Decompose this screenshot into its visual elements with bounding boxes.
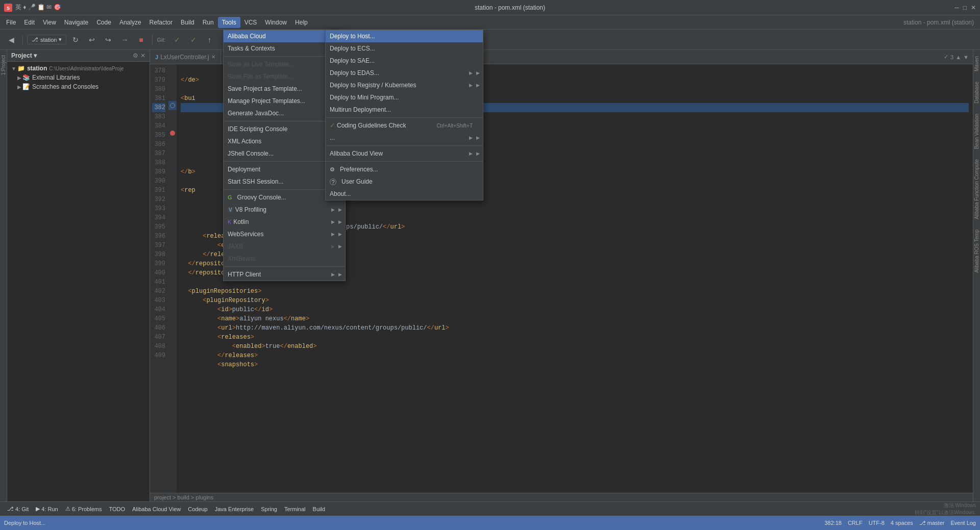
chevron-down-icon: ▾	[59, 36, 62, 43]
submenu-arrow-edas: ▶	[469, 70, 473, 75]
tab-label-1: LxUserController.j	[160, 54, 209, 61]
close-btn[interactable]: ✕	[971, 4, 976, 11]
alibaba-item-deploy-sae[interactable]: Deploy to SAE...	[326, 55, 483, 67]
menu-item-analyze[interactable]: Analyze	[115, 17, 145, 28]
menu-item-build[interactable]: Build	[177, 17, 199, 28]
tools-item-jaxb[interactable]: JAXB ▶	[224, 240, 345, 253]
alibaba-item-user-guide[interactable]: ? User Guide	[326, 175, 483, 188]
alibaba-sep-1	[326, 117, 483, 118]
tools-item-xmlbeans[interactable]: XmlBeans	[224, 253, 345, 265]
project-tab[interactable]: 1:Project	[0, 52, 7, 78]
branch-selector[interactable]: ⎇ station ▾	[27, 35, 66, 44]
menu-item-view[interactable]: View	[39, 17, 60, 28]
alibaba-function-tab[interactable]: Alibaba Function Compute	[973, 155, 980, 223]
chevron-down-icon[interactable]: ▼	[963, 54, 969, 60]
submenu-arrow-registry: ▶	[469, 83, 473, 88]
tab-close-1[interactable]: ✕	[211, 54, 215, 60]
tools-item-http[interactable]: HTTP Client ▶	[224, 268, 345, 281]
maven-tab[interactable]: Maven	[973, 52, 980, 75]
maximize-btn[interactable]: □	[963, 4, 967, 11]
tree-item-scratches[interactable]: ▶ 📝 Scratches and Consoles	[9, 82, 148, 91]
alibaba-item-cloud-view[interactable]: Alibaba Cloud View ▶	[326, 147, 483, 160]
alibaba-item-deploy-mini[interactable]: Deploy to Mini Program...	[326, 91, 483, 104]
alibaba-item-deploy-edas[interactable]: Deploy to EDAS... ▶	[326, 67, 483, 79]
kotlin-icon: K	[228, 219, 231, 225]
alibaba-item-coding[interactable]: ✓ Coding Guidelines Check Ctrl+Alt+Shift…	[326, 119, 483, 132]
menu-item-refactor[interactable]: Refactor	[145, 17, 177, 28]
menu-item-file[interactable]: File	[2, 17, 20, 28]
undo-btn[interactable]: ↩	[85, 33, 99, 47]
bottom-git[interactable]: ⎇4: Git	[4, 504, 32, 513]
menu-item-vcs[interactable]: VCS	[240, 17, 261, 28]
menu-item-navigate[interactable]: Navigate	[60, 17, 92, 28]
bottom-spring[interactable]: Spring	[258, 505, 280, 513]
bean-validation-tab[interactable]: Bean Validation	[973, 110, 980, 153]
database-tab[interactable]: Database	[973, 78, 980, 108]
app-icon: S	[4, 4, 12, 12]
tree-item-external-libs[interactable]: ▶ 📚 External Libraries	[9, 73, 148, 82]
bottom-codeup[interactable]: Codeup	[185, 505, 211, 513]
bottom-run[interactable]: ▶4: Run	[33, 504, 61, 513]
alibaba-item-preferences[interactable]: ⚙ Preferences...	[326, 163, 483, 175]
menu-item-window[interactable]: Window	[261, 17, 291, 28]
bottom-java-enterprise[interactable]: Java Enterprise	[212, 505, 257, 513]
tools-item-webservices[interactable]: WebServices ▶	[224, 228, 345, 240]
check-icon: ✓	[330, 122, 335, 129]
windows-activation-text: 激活 Windows转到"设置"以激活Windows.	[915, 502, 976, 516]
panel-settings-btn[interactable]: ⚙	[133, 52, 138, 59]
menu-item-edit[interactable]: Edit	[20, 17, 39, 28]
menu-item-code[interactable]: Code	[92, 17, 115, 28]
git-label: Git:	[157, 37, 165, 43]
tree-item-station[interactable]: ▼ 📁 station C:\Users\Administrator\IdeaP…	[9, 64, 148, 73]
library-icon: 📚	[22, 74, 30, 81]
back-btn[interactable]: ◀	[4, 33, 18, 47]
git-push-btn[interactable]: ↑	[203, 33, 217, 47]
bottom-todo[interactable]: TODO	[106, 505, 128, 513]
alibaba-item-deploy-host[interactable]: Deploy to Host...	[326, 30, 483, 42]
status-indent[interactable]: 4 spaces	[891, 520, 913, 526]
git-tick-btn[interactable]: ✓	[186, 33, 201, 47]
menu-item-tools[interactable]: Tools	[218, 17, 240, 28]
project-dropdown[interactable]: Project ▾	[11, 52, 37, 59]
java-icon-1: J	[155, 54, 158, 60]
question-icon: ?	[330, 179, 336, 185]
panel-close-btn[interactable]: ✕	[140, 52, 145, 59]
status-crlf[interactable]: CRLF	[848, 520, 863, 526]
bottom-problems[interactable]: ⚠6: Problems	[62, 504, 105, 513]
refresh-btn[interactable]: ↻	[68, 33, 83, 47]
minimize-btn[interactable]: ─	[954, 4, 959, 11]
alibaba-item-deploy-registry[interactable]: Deploy to Registry / Kubernetes ▶	[326, 79, 483, 91]
tree-label-scratches: Scratches and Consoles	[32, 83, 99, 90]
bottom-alibaba[interactable]: Alibaba Cloud View	[129, 505, 184, 513]
submenu-arrow-jaxb: ▶	[331, 244, 335, 249]
title-bar: S 英 ♦ 🎤 📋 ✉ 🎯 station - pom.xml (station…	[0, 0, 980, 15]
bottom-build[interactable]: Build	[310, 505, 328, 513]
menu-item-run[interactable]: Run	[199, 17, 218, 28]
menu-item-help[interactable]: Help	[291, 17, 312, 28]
bottom-bar: ⎇4: Git ▶4: Run ⚠6: Problems TODO Alibab…	[0, 501, 980, 516]
status-encoding[interactable]: UTF-8	[869, 520, 885, 526]
event-log[interactable]: Event Log	[950, 520, 976, 526]
redo-btn[interactable]: ↪	[101, 33, 115, 47]
folder-icon: 📁	[17, 65, 25, 72]
nav-forward-btn[interactable]: →	[117, 33, 132, 47]
status-position[interactable]: 382:18	[824, 520, 842, 526]
alibaba-item-multirun[interactable]: Multirun Deployment...	[326, 104, 483, 116]
alibaba-item-ellipsis[interactable]: ... ▶	[326, 132, 483, 144]
tab-lxusercontroller[interactable]: J LxUserController.j ✕	[150, 50, 221, 64]
stop-btn[interactable]: ■	[134, 33, 148, 47]
tree-arrow-scratches: ▶	[17, 84, 21, 90]
main-area: 1:Project Project ▾ ⚙ ✕ ▼ 📁 station C:\U…	[0, 50, 980, 501]
tools-item-kotlin[interactable]: K Kotlin ▶	[224, 216, 345, 228]
bottom-terminal[interactable]: Terminal	[281, 505, 309, 513]
git-check-btn[interactable]: ✓	[170, 33, 184, 47]
alibaba-item-deploy-ecs[interactable]: Deploy to ECS...	[326, 42, 483, 55]
chevron-up-icon[interactable]: ▲	[955, 54, 961, 60]
tools-item-v8[interactable]: V V8 Profiling ▶	[224, 204, 345, 216]
breadcrumb-project[interactable]: project > build > plugins	[154, 494, 213, 500]
tree-arrow-libs: ▶	[17, 75, 21, 81]
alibaba-ros-tab[interactable]: Alibaba ROS Temp	[973, 225, 980, 277]
alibaba-item-about[interactable]: About...	[326, 188, 483, 200]
status-vcs[interactable]: ⎇master	[919, 520, 945, 526]
breadcrumb-bar: project > build > plugins	[150, 493, 973, 501]
